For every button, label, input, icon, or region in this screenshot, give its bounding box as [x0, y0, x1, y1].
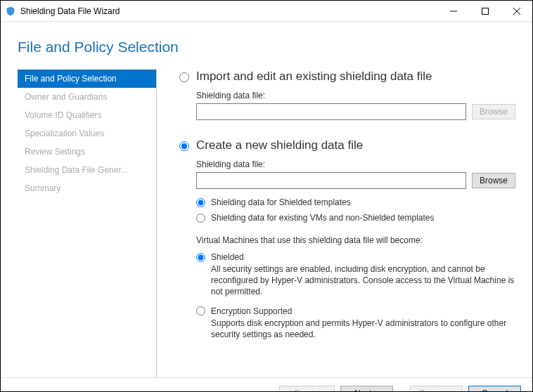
- vm-option-shielded: Shielded All security settings are enabl…: [196, 252, 515, 298]
- close-button[interactable]: [501, 1, 532, 21]
- import-file-input[interactable]: [196, 103, 466, 120]
- import-radio[interactable]: [179, 72, 189, 82]
- create-browse-button[interactable]: Browse: [472, 173, 515, 188]
- vm-shielded-desc: All security settings are enabled, inclu…: [211, 263, 515, 298]
- create-label: Create a new shielding data file: [196, 138, 363, 152]
- cancel-button[interactable]: Cancel: [468, 386, 521, 393]
- vm-info-text: Virtual Machines that use this shielding…: [196, 235, 515, 245]
- create-field-label: Shielding data file:: [196, 159, 515, 169]
- minimize-button[interactable]: [437, 1, 469, 21]
- vm-encryption-desc: Supports disk encryption and permits Hyp…: [211, 318, 515, 340]
- create-file-input[interactable]: [196, 172, 466, 189]
- window-controls: [437, 1, 532, 21]
- create-section: Create a new shielding data file Shieldi…: [179, 138, 515, 340]
- titlebar: Shielding Data File Wizard: [1, 1, 532, 22]
- sidebar: File and Policy Selection Owner and Guar…: [18, 70, 157, 377]
- app-icon: [5, 6, 16, 17]
- vm-option-encryption: Encryption Supported Supports disk encry…: [196, 306, 515, 340]
- import-browse-button[interactable]: Browse: [472, 104, 515, 119]
- import-label: Import and edit an existing shielding da…: [196, 70, 432, 84]
- vm-encryption-title: Encryption Supported: [211, 306, 292, 316]
- sidebar-item-file-policy[interactable]: File and Policy Selection: [18, 70, 156, 88]
- sidebar-item-summary[interactable]: Summary: [18, 179, 156, 197]
- shielded-templates-label: Shielding data for Shielded templates: [211, 197, 351, 207]
- svg-rect-1: [482, 8, 488, 14]
- vm-encryption-radio[interactable]: [196, 306, 205, 315]
- generate-button[interactable]: Generate: [410, 386, 463, 393]
- sidebar-item-specialization[interactable]: Specialization Values: [18, 124, 156, 143]
- sidebar-item-volume-id[interactable]: Volume ID Qualifiers: [18, 106, 156, 124]
- main-content: Import and edit an existing shielding da…: [157, 70, 532, 377]
- window-title: Shielding Data File Wizard: [20, 6, 437, 16]
- next-button[interactable]: Next >: [340, 386, 393, 393]
- import-field-label: Shielding data file:: [196, 91, 515, 100]
- sidebar-item-owner-guardians[interactable]: Owner and Guardians: [18, 88, 156, 106]
- maximize-button[interactable]: [469, 1, 501, 21]
- sidebar-item-generation[interactable]: Shielding Data File Gener...: [18, 161, 156, 179]
- page-header: File and Policy Selection: [1, 22, 532, 70]
- existing-vms-label: Shielding data for existing VMs and non-…: [211, 213, 435, 223]
- vm-shielded-title: Shielded: [211, 252, 244, 262]
- shielded-templates-radio[interactable]: [196, 198, 205, 207]
- create-radio[interactable]: [179, 141, 189, 151]
- content-area: File and Policy Selection Owner and Guar…: [1, 70, 532, 377]
- page-title: File and Policy Selection: [18, 39, 532, 55]
- existing-vms-radio[interactable]: [196, 214, 205, 223]
- previous-button[interactable]: < Previous: [279, 386, 335, 393]
- sidebar-item-review[interactable]: Review Settings: [18, 143, 156, 161]
- import-section: Import and edit an existing shielding da…: [179, 70, 515, 120]
- vm-shielded-radio[interactable]: [196, 253, 205, 262]
- footer: < Previous Next > Generate Cancel: [1, 377, 532, 392]
